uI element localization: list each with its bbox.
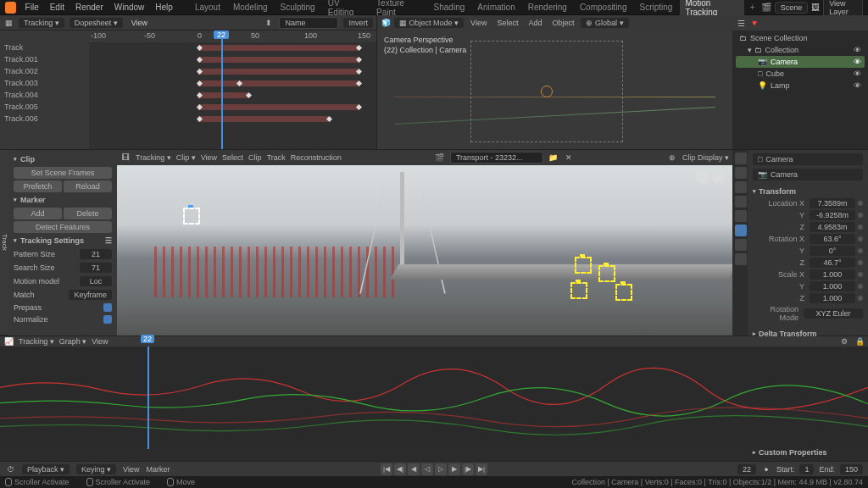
ws-shading[interactable]: Shading (429, 1, 470, 14)
lock-icon[interactable] (858, 260, 863, 265)
editor-type-icon[interactable]: ▦ (3, 18, 14, 28)
orientation[interactable]: ⊕ Global ▾ (581, 18, 628, 28)
graph-canvas[interactable] (0, 347, 868, 449)
marker-panel-hdr[interactable]: Marker (14, 194, 112, 206)
object-mode[interactable]: ▦ Object Mode ▾ (394, 18, 464, 28)
visibility-icon[interactable]: 👁 (854, 46, 861, 54)
outliner-item-lamp[interactable]: 💡 Lamp👁 (736, 80, 865, 92)
clip-name-field[interactable]: Transport - 23232... (450, 152, 543, 164)
auto-key-icon[interactable]: ● (761, 464, 771, 474)
graph-playhead[interactable] (147, 347, 149, 449)
invert-toggle[interactable]: Invert (343, 18, 373, 28)
outliner-root[interactable]: 🗀 Scene Collection (736, 32, 865, 44)
ws-add-icon[interactable]: + (747, 1, 759, 14)
vp-view[interactable]: View (467, 18, 490, 28)
list-icon[interactable]: ☰ (105, 236, 112, 245)
editor-type-icon[interactable]: 🧊 (381, 18, 391, 28)
graph-view[interactable]: View (92, 337, 108, 346)
vp-add[interactable]: Add (525, 18, 545, 28)
scale-y-field[interactable]: 1.000 (810, 281, 855, 291)
prepass-checkbox[interactable] (103, 303, 112, 312)
editor-type-icon[interactable]: 🎞 (120, 152, 131, 163)
transform-header[interactable]: Transform (753, 186, 863, 197)
folder-icon[interactable]: 📁 (548, 152, 559, 163)
add-marker-button[interactable]: Add (14, 208, 62, 219)
rotmode-select[interactable]: XYZ Euler (804, 308, 863, 319)
set-scene-frames-button[interactable]: Set Scene Frames (14, 167, 112, 179)
end-frame-field[interactable]: 150 (840, 464, 863, 474)
start-frame-field[interactable]: 1 (799, 464, 814, 474)
frame-prev-icon[interactable]: ◀ (408, 463, 420, 475)
search-size-field[interactable]: 71 (80, 263, 112, 273)
outliner-item-cube[interactable]: □ Cube👁 (736, 68, 865, 80)
visibility-icon[interactable]: 👁 (854, 69, 861, 78)
graph-mode[interactable]: Tracking ▾ (19, 337, 54, 346)
track-row[interactable]: Track.001 (0, 54, 89, 66)
graph-subtype[interactable]: Graph ▾ (59, 337, 87, 346)
keyframe-prev-icon[interactable]: ◀| (394, 463, 406, 475)
track-row[interactable]: Track (0, 42, 89, 54)
vp-object[interactable]: Object (548, 18, 577, 28)
editor-type-icon[interactable]: 📈 (3, 336, 14, 347)
jump-end-icon[interactable]: ▶| (476, 463, 487, 475)
clip-side-tabs[interactable]: TrackSolveAnnot... (0, 150, 8, 336)
dopesheet-timeline[interactable]: -100 -50 0 50 100 150 (89, 30, 376, 149)
filter-icon[interactable]: ⚙ (839, 336, 849, 347)
scene-selector[interactable]: Scene (775, 2, 809, 14)
loc-z-field[interactable]: 4.9583m (810, 222, 855, 232)
track-row[interactable]: Track.004 (0, 90, 89, 102)
sort-icon[interactable]: ⬍ (264, 18, 274, 28)
match-select[interactable]: Keyframe (69, 290, 112, 300)
frame-next-icon[interactable]: ▶ (448, 463, 460, 475)
clip-view[interactable]: View (201, 153, 217, 162)
lock-icon[interactable] (858, 272, 863, 277)
delete-marker-button[interactable]: Delete (64, 208, 112, 219)
close-icon[interactable]: ✕ (564, 152, 574, 163)
menu-window[interactable]: Window (110, 1, 149, 14)
detect-features-button[interactable]: Detect Features (14, 221, 112, 233)
clip-recon[interactable]: Reconstruction (291, 153, 342, 162)
track-marker[interactable] (183, 208, 200, 225)
prop-tab-output-icon[interactable] (735, 167, 747, 179)
clip-subtype[interactable]: Clip ▾ (176, 153, 196, 162)
loc-x-field[interactable]: 7.3589m (810, 198, 855, 208)
track-row[interactable]: Track.006 (0, 114, 89, 125)
prop-tab-object-icon[interactable] (735, 225, 747, 236)
vp-select[interactable]: Select (493, 18, 521, 28)
ws-layout[interactable]: Layout (190, 1, 225, 14)
scale-z-field[interactable]: 1.000 (810, 293, 855, 303)
rot-y-field[interactable]: 0° (810, 246, 855, 256)
track-row[interactable]: Track.002 (0, 66, 89, 78)
ws-modeling[interactable]: Modeling (228, 1, 273, 14)
lock-icon[interactable] (858, 213, 863, 218)
lock-icon[interactable] (858, 225, 863, 230)
lock-icon[interactable]: 🔒 (854, 336, 865, 347)
outliner-item-camera[interactable]: 📷 Camera👁 (736, 56, 865, 68)
reload-button[interactable]: Reload (64, 180, 112, 192)
ws-scripting[interactable]: Scripting (634, 1, 677, 14)
ds-view-menu[interactable]: View (128, 18, 151, 28)
prop-tab-scene-icon[interactable] (735, 196, 747, 208)
status-view[interactable]: View (123, 465, 139, 474)
lock-icon[interactable] (858, 284, 863, 289)
playhead[interactable] (221, 30, 223, 149)
track-row[interactable]: Track.003 (0, 78, 89, 90)
ws-rendering[interactable]: Rendering (523, 1, 572, 14)
clip-clip[interactable]: Clip (248, 153, 262, 162)
keying-menu[interactable]: Keying ▾ (76, 464, 116, 474)
menu-render[interactable]: Render (71, 1, 108, 14)
tracking-mode[interactable]: Tracking ▾ (19, 18, 64, 28)
pivot-icon[interactable]: ⊕ (667, 152, 677, 163)
play-reverse-icon[interactable]: ◁ (421, 463, 433, 475)
track-marker[interactable] (575, 257, 592, 274)
prop-tab-world-icon[interactable] (735, 210, 747, 222)
menu-help[interactable]: Help (151, 1, 177, 14)
menu-file[interactable]: File (21, 1, 43, 14)
clip-zoom-icon[interactable] (695, 170, 709, 184)
ws-animation[interactable]: Animation (472, 1, 520, 14)
clip-select[interactable]: Select (222, 153, 243, 162)
name-filter[interactable]: Name (279, 17, 338, 29)
editor-type-icon[interactable]: ⏱ (5, 464, 15, 474)
tracking-settings-hdr[interactable]: Tracking Settings ☰ (14, 235, 112, 247)
ws-compositing[interactable]: Compositing (575, 1, 632, 14)
